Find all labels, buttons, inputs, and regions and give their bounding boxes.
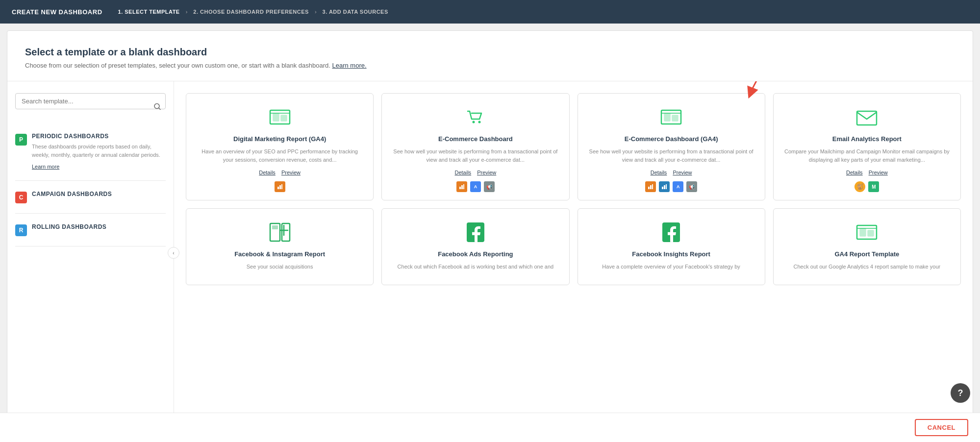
template-links-ecommerce-ga4: Details Preview (651, 170, 692, 175)
search-input[interactable] (15, 93, 166, 109)
sidebar-item-rolling[interactable]: R ROLLING DASHBOARDS (15, 223, 166, 246)
svg-rect-23 (664, 185, 665, 189)
card-wrapper-ecommerce-ga4: E-Commerce Dashboard (GA4) See how well … (578, 93, 765, 200)
logo-mailchimp: 🐒 (854, 181, 865, 192)
sidebar-badge-campaign: C (15, 192, 27, 203)
subtitle-text: Choose from our selection of preset temp… (25, 62, 332, 69)
template-card-digital-marketing-ga4[interactable]: Digital Marketing Report (GA4) Have an o… (186, 93, 374, 200)
sidebar-desc-periodic: These dashboards provide reports based o… (32, 143, 166, 159)
svg-rect-21 (652, 184, 653, 189)
template-logos-digital-marketing (275, 181, 285, 192)
sidebar: P PERIODIC DASHBOARDS These dashboards p… (7, 81, 174, 424)
header-section: Select a template or a blank dashboard C… (7, 31, 973, 81)
template-name-facebook-insights: Facebook Insights Report (632, 250, 710, 259)
svg-rect-13 (463, 184, 464, 189)
svg-rect-19 (648, 187, 650, 189)
template-desc-ga4-report: Check out our Google Analytics 4 report … (794, 263, 941, 271)
template-preview-email-analytics[interactable]: Preview (869, 170, 888, 175)
sidebar-item-campaign[interactable]: C CAMPAIGN DASHBOARDS (15, 191, 166, 214)
sidebar-badge-rolling: R (15, 224, 27, 236)
template-name-ecommerce-ga4: E-Commerce Dashboard (GA4) (625, 135, 718, 144)
svg-point-9 (472, 121, 475, 123)
template-card-facebook-insights[interactable]: Facebook Insights Report Have a complete… (578, 208, 765, 285)
template-name-facebook-ads: Facebook Ads Reporting (438, 250, 513, 259)
search-icon (154, 103, 161, 110)
svg-rect-7 (279, 185, 281, 189)
step-2: 2. CHOOSE DASHBOARD PREFERENCES (193, 9, 309, 15)
templates-grid: Digital Marketing Report (GA4) Have an o… (186, 93, 961, 285)
cancel-button[interactable]: CANCEL (915, 419, 968, 436)
svg-rect-3 (273, 113, 279, 121)
template-card-ecommerce[interactable]: E-Commerce Dashboard See how well your w… (381, 93, 569, 200)
step-arrow-2: › (315, 9, 317, 15)
logo-google-ads: A (470, 181, 481, 192)
search-button[interactable] (154, 103, 161, 111)
template-desc-ecommerce-ga4: See how well your website is performing … (588, 147, 755, 164)
template-icon-email (855, 105, 879, 129)
template-card-facebook-ads[interactable]: Facebook Ads Reporting Check out which F… (381, 208, 569, 285)
template-desc-ecommerce: See how well your website is performing … (392, 147, 559, 164)
svg-rect-11 (459, 187, 461, 189)
top-bar: CREATE NEW DASHBOARD 1. SELECT TEMPLATE … (0, 0, 980, 24)
app-title: CREATE NEW DASHBOARD (12, 8, 102, 16)
svg-rect-20 (650, 185, 652, 189)
template-icon-ecommerce (464, 105, 487, 129)
template-links-email-analytics: Details Preview (846, 170, 888, 175)
sidebar-label-periodic: PERIODIC DASHBOARDS (32, 133, 166, 140)
template-icon-digital-marketing (268, 105, 292, 129)
template-links-digital-marketing: Details Preview (259, 170, 301, 175)
logo-megaphone-2: 📢 (686, 181, 697, 192)
svg-rect-25 (857, 111, 877, 125)
content-area: P PERIODIC DASHBOARDS These dashboards p… (7, 81, 973, 424)
step-1: 1. SELECT TEMPLATE (118, 9, 180, 15)
template-card-ecommerce-ga4[interactable]: E-Commerce Dashboard (GA4) See how well … (578, 93, 765, 200)
logo-powerbi-blue (659, 181, 670, 192)
svg-line-1 (159, 108, 160, 109)
sidebar-item-periodic[interactable]: P PERIODIC DASHBOARDS These dashboards p… (15, 133, 166, 181)
learn-more-link[interactable]: Learn more. (332, 62, 366, 69)
svg-rect-16 (664, 113, 670, 121)
logo-powerbi-orange-3 (645, 181, 656, 192)
template-details-digital-marketing[interactable]: Details (259, 170, 276, 175)
sidebar-label-campaign: CAMPAIGN DASHBOARDS (32, 191, 112, 197)
sidebar-learn-more-periodic[interactable]: Learn more (32, 164, 59, 170)
template-preview-ecommerce[interactable]: Preview (477, 170, 496, 175)
help-icon: ? (958, 388, 963, 398)
svg-rect-4 (281, 115, 287, 121)
template-desc-facebook-ads: Check out which Facebook ad is working b… (398, 263, 554, 271)
template-card-email-analytics[interactable]: Email Analytics Report Compare your Mail… (773, 93, 961, 200)
logo-megaphone: 📢 (484, 181, 495, 192)
logo-campaign-monitor: M (868, 181, 879, 192)
template-icon-facebook-insights (659, 221, 683, 244)
template-desc-facebook-insights: Have a complete overview of your Faceboo… (602, 263, 740, 271)
logo-powerbi-orange-2 (456, 181, 467, 192)
template-card-facebook-instagram[interactable]: Facebook & Instagram Report See your soc… (186, 208, 374, 285)
template-name-ga4-report: GA4 Report Template (834, 250, 899, 259)
logo-google-ads-2: A (673, 181, 683, 192)
page-title: Select a template or a blank dashboard (25, 47, 955, 58)
template-preview-digital-marketing[interactable]: Preview (281, 170, 301, 175)
template-preview-ecommerce-ga4[interactable]: Preview (673, 170, 692, 175)
main-container: Select a template or a blank dashboard C… (7, 30, 973, 437)
template-card-ga4-report[interactable]: GA4 Report Template Check out our Google… (773, 208, 961, 285)
template-icon-facebook-ads (464, 221, 487, 244)
template-details-ecommerce-ga4[interactable]: Details (651, 170, 667, 175)
template-icon-facebook-instagram (268, 221, 292, 244)
help-button[interactable]: ? (951, 383, 970, 403)
templates-area: Digital Marketing Report (GA4) Have an o… (174, 81, 973, 424)
template-desc-digital-marketing: Have an overview of your SEO and PPC per… (196, 147, 363, 164)
sidebar-label-rolling: ROLLING DASHBOARDS (32, 223, 106, 230)
svg-rect-24 (666, 184, 667, 189)
sidebar-collapse-button[interactable]: ‹ (168, 247, 179, 259)
svg-rect-8 (281, 184, 282, 189)
template-logos-email-analytics: 🐒 M (854, 181, 879, 192)
template-details-ecommerce[interactable]: Details (455, 170, 472, 175)
step-arrow-1: › (186, 9, 188, 15)
svg-rect-32 (860, 228, 866, 236)
template-name-email-analytics: Email Analytics Report (832, 135, 902, 144)
template-details-email-analytics[interactable]: Details (846, 170, 863, 175)
svg-point-10 (478, 121, 480, 123)
svg-rect-28 (282, 223, 290, 241)
template-name-ecommerce: E-Commerce Dashboard (438, 135, 513, 144)
template-desc-facebook-instagram: See your social acquisitions (247, 263, 313, 271)
